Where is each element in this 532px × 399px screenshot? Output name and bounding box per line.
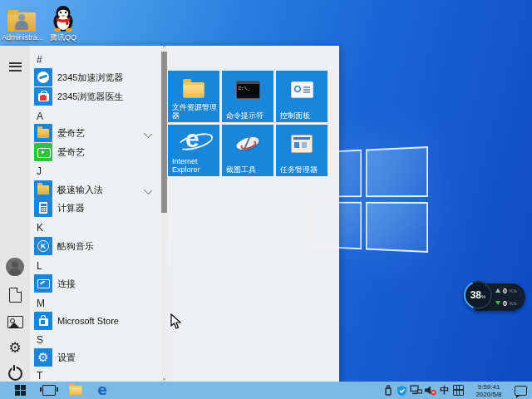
- usage-ring[interactable]: 38%: [464, 281, 492, 309]
- section-header-a[interactable]: A: [30, 109, 160, 124]
- app-item-iqiyi[interactable]: 爱奇艺: [30, 142, 160, 162]
- tile-task-manager[interactable]: 任务管理器: [276, 125, 328, 176]
- app-group-jisu-ime[interactable]: 极速输入法: [30, 180, 160, 200]
- windows-start-icon: [15, 385, 26, 396]
- section-header-m[interactable]: M: [30, 296, 160, 311]
- clock-time: 9:59:41: [467, 383, 510, 391]
- tile-control-panel[interactable]: 控制面板: [276, 71, 328, 122]
- windows-logo-pane: [366, 146, 428, 197]
- section-header-s[interactable]: S: [30, 332, 160, 347]
- browser-taskbar-button[interactable]: e: [90, 382, 115, 399]
- app-item-settings[interactable]: ⚙ 设置: [30, 347, 160, 367]
- folder-icon: [69, 386, 82, 396]
- scrollbar-thumb[interactable]: [161, 52, 167, 213]
- start-menu: ⚙ # 2345加速浏览器 2345浏览器医生 A 爱奇艺 爱奇艺 J: [0, 46, 339, 382]
- mouse-cursor: [170, 313, 182, 333]
- usage-percent: 38: [470, 289, 481, 301]
- expand-menu-button[interactable]: [0, 52, 30, 81]
- app-item-2345-browser[interactable]: 2345加速浏览器: [30, 67, 160, 87]
- app-item-kugou[interactable]: K 酷狗音乐: [30, 236, 160, 256]
- tile-label: 控制面板: [280, 111, 310, 120]
- notification-bubble-icon: [515, 386, 527, 396]
- hamburger-icon: [9, 62, 22, 71]
- app-label: 爱奇艺: [57, 127, 85, 140]
- desktop-icon-user-folder[interactable]: Administra...: [2, 5, 42, 42]
- security-shield-tray-button[interactable]: [395, 382, 409, 399]
- ethernet-icon: [410, 385, 422, 396]
- file-explorer-taskbar-button[interactable]: [63, 382, 88, 399]
- shield-check-icon: [397, 385, 407, 397]
- documents-button[interactable]: [0, 281, 30, 309]
- chevron-down-icon[interactable]: [144, 130, 152, 138]
- desktop-icon-qq[interactable]: 腾讯QQ: [43, 5, 83, 42]
- section-label: J: [37, 165, 42, 177]
- kugou-music-icon: K: [34, 237, 52, 255]
- app-label: Microsoft Store: [57, 316, 119, 326]
- ime-language-button[interactable]: 中: [437, 382, 451, 399]
- app-item-calculator[interactable]: 计算器: [30, 198, 160, 218]
- folder-group-icon: [34, 124, 52, 142]
- app-list-scrollbar[interactable]: ⌃ ⌄: [161, 46, 167, 382]
- volume-muted-tray-button[interactable]: [423, 382, 437, 399]
- scroll-down-arrow[interactable]: ⌄: [161, 376, 167, 382]
- taskbar: e: [0, 382, 532, 399]
- qq-penguin-icon: [43, 5, 83, 32]
- start-button[interactable]: [7, 382, 33, 399]
- network-speed-widget[interactable]: 38% 0 K/s 0 K/s: [464, 281, 527, 312]
- upload-arrow-icon: [495, 288, 500, 293]
- ime-mode-icon: [453, 385, 464, 396]
- app-group-iqiyi[interactable]: 爱奇艺: [30, 123, 160, 143]
- document-icon: [9, 288, 22, 303]
- network-tray-button[interactable]: [409, 382, 423, 399]
- app-item-2345-doctor[interactable]: 2345浏览器医生: [30, 86, 160, 106]
- scroll-up-arrow[interactable]: ⌃: [161, 46, 167, 52]
- settings-button[interactable]: ⚙: [0, 333, 30, 362]
- clock-date: 2020/5/8: [467, 391, 510, 398]
- user-account-button[interactable]: [0, 253, 30, 281]
- upload-value: 0: [503, 287, 507, 295]
- system-tray: 中 9:59:41 2020/5/8: [381, 382, 532, 399]
- download-speed-row: 0 K/s: [495, 297, 517, 309]
- section-label: T: [37, 370, 42, 382]
- control-panel-icon: [276, 76, 328, 104]
- tile-label: 截图工具: [226, 165, 256, 174]
- section-label: L: [37, 260, 42, 272]
- calculator-icon: [34, 199, 52, 217]
- taskbar-clock[interactable]: 9:59:41 2020/5/8: [466, 383, 512, 398]
- section-header-hash[interactable]: #: [30, 52, 160, 67]
- section-header-l[interactable]: L: [30, 259, 160, 273]
- action-center-button[interactable]: [512, 382, 532, 399]
- section-label: S: [37, 334, 43, 346]
- section-label: M: [37, 298, 45, 309]
- ime-chinese-label: 中: [437, 384, 451, 397]
- tile-internet-explorer[interactable]: e Internet Explorer: [168, 125, 219, 176]
- section-header-j[interactable]: J: [30, 164, 160, 179]
- usb-device-tray-button[interactable]: [381, 382, 395, 399]
- chevron-down-icon[interactable]: [144, 186, 152, 195]
- snipping-tool-icon: [222, 130, 273, 158]
- tile-snipping-tool[interactable]: 截图工具: [222, 125, 273, 176]
- 2345-browser-icon: [34, 68, 52, 86]
- windows-desktop: Administra... 腾讯QQ 38%: [0, 0, 532, 399]
- download-arrow-icon: [495, 301, 500, 305]
- section-label: K: [37, 222, 43, 234]
- folder-group-icon: [34, 180, 52, 199]
- upload-unit: K/s: [510, 288, 517, 293]
- pictures-icon: [7, 316, 23, 328]
- section-label: #: [37, 54, 42, 66]
- pictures-button[interactable]: [0, 308, 30, 336]
- user-avatar-icon: [6, 258, 24, 276]
- command-prompt-icon: C:\_: [222, 76, 273, 104]
- task-view-button[interactable]: [37, 382, 62, 399]
- app-item-connect[interactable]: 连接: [30, 273, 160, 293]
- microsoft-store-icon: [34, 312, 52, 330]
- tile-file-explorer[interactable]: 文件资源管理器: [168, 71, 219, 122]
- app-label: 计算器: [57, 202, 85, 214]
- connect-icon: [34, 274, 52, 293]
- start-menu-rail: ⚙: [0, 46, 30, 382]
- tile-command-prompt[interactable]: C:\_ 命令提示符: [222, 71, 273, 122]
- app-item-microsoft-store[interactable]: Microsoft Store: [30, 311, 160, 331]
- section-header-k[interactable]: K: [30, 220, 160, 235]
- desktop-icon-label: 腾讯QQ: [43, 33, 83, 42]
- ime-mode-button[interactable]: [451, 382, 466, 399]
